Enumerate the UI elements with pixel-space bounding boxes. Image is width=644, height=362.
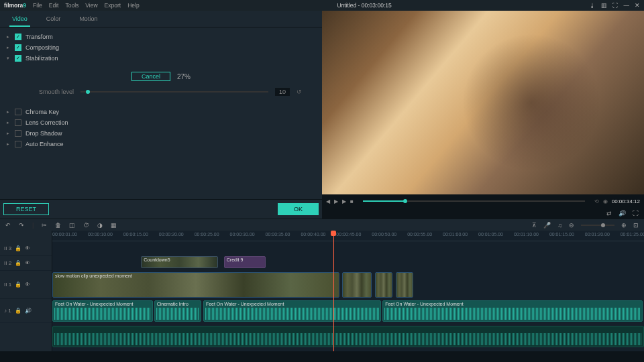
reset-button[interactable]: RESET	[3, 203, 49, 215]
eye-icon[interactable]: 👁	[25, 260, 30, 266]
clip-audio-3[interactable]: Feet On Water - Unexpected Moment	[203, 300, 381, 322]
camera-icon[interactable]: ◉	[603, 198, 608, 204]
clip-video-2[interactable]	[342, 272, 372, 298]
eye-icon[interactable]: 👁	[25, 245, 30, 251]
timeline-ruler[interactable]: 00:00:01.0000:00:10.0000:00:15.0000:00:2…	[52, 231, 644, 241]
layout-icon[interactable]: ▥	[601, 2, 607, 9]
speed-icon[interactable]: ⏱	[83, 222, 89, 229]
zoom-out-icon[interactable]: ⊖	[569, 222, 574, 229]
clip-credit[interactable]: Credit 9	[224, 256, 266, 268]
prev-frame-icon[interactable]: ◀	[326, 198, 330, 204]
color-icon[interactable]: ◑	[97, 222, 103, 229]
delete-icon[interactable]: 🗑	[55, 222, 61, 229]
menu-edit[interactable]: Edit	[49, 2, 59, 9]
clip-audio-bg[interactable]	[52, 326, 644, 347]
checkbox-stabilization[interactable]: ✓	[15, 55, 21, 62]
zoom-fit-icon[interactable]: ⊡	[633, 222, 639, 229]
prop-stabilization[interactable]: ▾ ✓ Stabilization	[7, 53, 315, 64]
menu-view[interactable]: View	[85, 2, 97, 9]
checkbox-enhance[interactable]	[15, 141, 21, 147]
minimize-icon[interactable]: —	[624, 2, 630, 9]
save-icon[interactable]: ⭳	[590, 2, 596, 9]
track-v3-header[interactable]: II 3🔒👁	[0, 241, 52, 256]
clip-audio-4[interactable]: Feet On Water - Unexpected Moment	[382, 300, 643, 322]
preview-time: 00:00:34:12	[612, 198, 640, 204]
tab-video[interactable]: Video	[9, 13, 30, 27]
menu-file[interactable]: File	[33, 2, 42, 9]
checkbox-transform[interactable]: ✓	[15, 34, 21, 40]
prop-transform[interactable]: ▸ ✓ Transform	[7, 32, 315, 42]
mixer-icon[interactable]: ♫	[557, 222, 562, 229]
menu-help[interactable]: Help	[127, 2, 139, 9]
ruler-tick: 00:00:25.00	[195, 232, 219, 237]
ruler-tick: 00:00:15.00	[123, 232, 148, 237]
menu-export[interactable]: Export	[105, 2, 121, 9]
clip-audio-2[interactable]: Cinematic Intro	[154, 300, 202, 322]
chevron-right-icon: ▸	[7, 34, 11, 40]
close-icon[interactable]: ✕	[635, 2, 640, 9]
mark-in-icon[interactable]: ⊼	[532, 222, 537, 229]
timeline-body[interactable]: 00:00:01.0000:00:10.0000:00:15.0000:00:2…	[52, 231, 644, 351]
cut-icon[interactable]: ✂	[42, 222, 47, 229]
reset-icon[interactable]: ↺	[297, 88, 302, 95]
eye-icon[interactable]: 👁	[25, 282, 30, 288]
ruler-tick: 00:00:40.00	[301, 232, 325, 237]
ruler-tick: 00:01:00.00	[443, 232, 468, 237]
playhead[interactable]	[333, 231, 334, 351]
ruler-tick: 00:00:35.00	[266, 232, 290, 237]
track-v1-header[interactable]: II 1🔒👁	[0, 271, 52, 299]
clip-audio-1[interactable]: Feet On Water - Unexpected Moment	[52, 300, 153, 322]
play-icon[interactable]: ▶	[334, 198, 338, 204]
zoom-in-icon[interactable]: ⊕	[621, 222, 627, 229]
cancel-button[interactable]: Cancel	[131, 72, 170, 81]
quality-icon[interactable]: ⇄	[606, 210, 612, 217]
zoom-slider[interactable]	[581, 225, 614, 226]
prop-auto-enhance[interactable]: ▸ Auto Enhance	[7, 139, 315, 149]
video-preview[interactable]	[322, 11, 644, 194]
loop-icon[interactable]: ⟲	[594, 198, 599, 204]
volume-icon[interactable]: 🔊	[619, 210, 626, 217]
clip-video-3[interactable]	[375, 272, 392, 298]
menu-tools[interactable]: Tools	[65, 2, 78, 9]
fullscreen-icon[interactable]: ⛶	[612, 2, 619, 9]
ok-button[interactable]: OK	[278, 203, 319, 215]
prop-drop-shadow[interactable]: ▸ Drop Shadow	[7, 128, 315, 139]
checkbox-drop-shadow[interactable]	[15, 130, 21, 137]
ruler-tick: 00:00:50.00	[372, 232, 396, 237]
ruler-tick: 00:00:45.00	[336, 232, 361, 237]
checkbox-lens[interactable]	[15, 119, 21, 126]
ruler-tick: 00:00:20.00	[159, 232, 184, 237]
stop-icon[interactable]: ■	[350, 198, 354, 204]
prop-chroma-key[interactable]: ▸ Chroma Key	[7, 107, 315, 117]
crop-icon[interactable]: ◫	[69, 222, 75, 229]
lock-icon[interactable]: 🔒	[15, 308, 21, 314]
smooth-slider[interactable]	[80, 91, 268, 93]
prop-compositing[interactable]: ▸ ✓ Compositing	[7, 42, 315, 53]
track-a1-header[interactable]: ♪ 1🔒🔊	[0, 299, 52, 323]
clip-countdown[interactable]: Countdown5	[141, 256, 218, 268]
checkbox-compositing[interactable]: ✓	[15, 44, 21, 51]
lock-icon[interactable]: 🔒	[15, 282, 21, 288]
prop-label: Chroma Key	[25, 109, 59, 115]
clip-video-4[interactable]	[396, 272, 413, 298]
lock-icon[interactable]: 🔒	[15, 245, 21, 251]
tab-color[interactable]: Color	[44, 13, 64, 27]
expand-icon[interactable]: ⛶	[633, 210, 639, 217]
chevron-right-icon: ▸	[7, 109, 11, 115]
ruler-tick: 00:01:15.00	[549, 232, 574, 237]
mute-icon[interactable]: 🔊	[25, 308, 32, 314]
lock-icon[interactable]: 🔒	[15, 260, 21, 266]
mic-icon[interactable]: 🎤	[543, 222, 551, 229]
track-v2-header[interactable]: II 2🔒👁	[0, 256, 52, 271]
clip-main-video[interactable]: slow motion clip unexpected moment	[52, 272, 339, 298]
undo-icon[interactable]: ↶	[5, 222, 11, 229]
checkbox-chroma[interactable]	[15, 109, 21, 115]
smooth-value[interactable]: 10	[275, 88, 290, 96]
redo-icon[interactable]: ↷	[19, 222, 24, 229]
tab-motion[interactable]: Motion	[76, 13, 100, 27]
green-screen-icon[interactable]: ▦	[111, 222, 117, 229]
prop-lens-correction[interactable]: ▸ Lens Correction	[7, 117, 315, 128]
chevron-down-icon: ▾	[7, 56, 11, 61]
next-frame-icon[interactable]: ▶	[342, 198, 346, 204]
preview-progress[interactable]	[363, 200, 585, 202]
